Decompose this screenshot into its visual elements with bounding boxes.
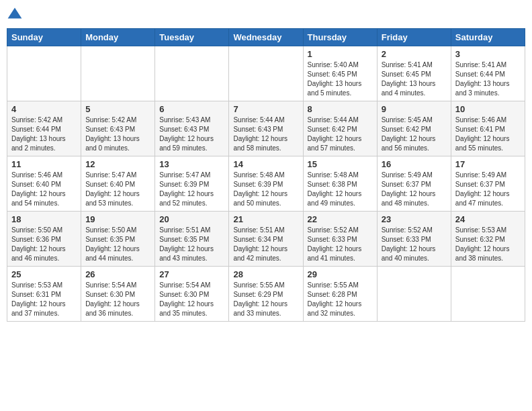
day-info: Sunrise: 5:54 AM Sunset: 6:30 PM Dayligh… (85, 281, 150, 318)
calendar-cell: 7Sunrise: 5:44 AM Sunset: 6:43 PM Daylig… (229, 101, 303, 156)
calendar-cell: 17Sunrise: 5:49 AM Sunset: 6:37 PM Dayli… (451, 156, 525, 212)
calendar-cell: 1Sunrise: 5:40 AM Sunset: 6:45 PM Daylig… (303, 46, 377, 101)
calendar-header-wednesday: Wednesday (229, 29, 303, 46)
day-info: Sunrise: 5:49 AM Sunset: 6:37 PM Dayligh… (455, 171, 521, 208)
day-info: Sunrise: 5:46 AM Sunset: 6:41 PM Dayligh… (455, 116, 521, 153)
day-number: 18 (11, 214, 77, 224)
day-info: Sunrise: 5:40 AM Sunset: 6:45 PM Dayligh… (308, 60, 373, 98)
day-info: Sunrise: 5:47 AM Sunset: 6:40 PM Dayligh… (85, 171, 150, 208)
day-number: 5 (85, 104, 150, 114)
logo (7, 7, 26, 23)
calendar-cell: 13Sunrise: 5:47 AM Sunset: 6:39 PM Dayli… (155, 156, 229, 212)
calendar-cell: 9Sunrise: 5:45 AM Sunset: 6:42 PM Daylig… (377, 101, 451, 156)
calendar-cell: 10Sunrise: 5:46 AM Sunset: 6:41 PM Dayli… (451, 101, 525, 156)
day-number: 23 (382, 214, 447, 224)
calendar-header-monday: Monday (81, 29, 155, 46)
day-info: Sunrise: 5:50 AM Sunset: 6:35 PM Dayligh… (85, 226, 150, 263)
day-number: 6 (159, 104, 224, 114)
day-info: Sunrise: 5:55 AM Sunset: 6:29 PM Dayligh… (233, 281, 298, 318)
day-info: Sunrise: 5:47 AM Sunset: 6:39 PM Dayligh… (159, 171, 224, 208)
day-info: Sunrise: 5:52 AM Sunset: 6:33 PM Dayligh… (382, 226, 447, 263)
logo-icon (7, 7, 23, 23)
calendar-cell: 26Sunrise: 5:54 AM Sunset: 6:30 PM Dayli… (81, 267, 155, 322)
calendar-header-row: SundayMondayTuesdayWednesdayThursdayFrid… (7, 29, 525, 46)
day-number: 9 (382, 104, 447, 114)
calendar-cell: 28Sunrise: 5:55 AM Sunset: 6:29 PM Dayli… (229, 267, 303, 322)
day-info: Sunrise: 5:44 AM Sunset: 6:43 PM Dayligh… (233, 116, 298, 153)
calendar-cell (377, 267, 451, 322)
calendar-cell: 19Sunrise: 5:50 AM Sunset: 6:35 PM Dayli… (81, 212, 155, 267)
calendar-cell: 29Sunrise: 5:55 AM Sunset: 6:28 PM Dayli… (303, 267, 377, 322)
calendar-cell (451, 267, 525, 322)
calendar-cell: 27Sunrise: 5:54 AM Sunset: 6:30 PM Dayli… (155, 267, 229, 322)
day-number: 20 (159, 214, 224, 224)
day-info: Sunrise: 5:52 AM Sunset: 6:33 PM Dayligh… (308, 226, 373, 263)
calendar-cell: 8Sunrise: 5:44 AM Sunset: 6:42 PM Daylig… (303, 101, 377, 156)
calendar-body: 1Sunrise: 5:40 AM Sunset: 6:45 PM Daylig… (7, 46, 525, 322)
calendar-cell: 2Sunrise: 5:41 AM Sunset: 6:45 PM Daylig… (377, 46, 451, 101)
day-number: 21 (233, 214, 298, 224)
day-info: Sunrise: 5:53 AM Sunset: 6:31 PM Dayligh… (11, 281, 77, 318)
calendar-header-tuesday: Tuesday (155, 29, 229, 46)
calendar-cell (7, 46, 81, 101)
day-info: Sunrise: 5:53 AM Sunset: 6:32 PM Dayligh… (455, 226, 521, 263)
day-number: 1 (308, 49, 373, 59)
day-number: 29 (308, 269, 373, 279)
day-info: Sunrise: 5:51 AM Sunset: 6:34 PM Dayligh… (233, 226, 298, 263)
calendar-cell: 5Sunrise: 5:42 AM Sunset: 6:43 PM Daylig… (81, 101, 155, 156)
day-number: 16 (382, 159, 447, 169)
day-number: 10 (455, 104, 521, 114)
day-info: Sunrise: 5:41 AM Sunset: 6:45 PM Dayligh… (382, 60, 447, 98)
calendar-week-row: 11Sunrise: 5:46 AM Sunset: 6:40 PM Dayli… (7, 156, 525, 212)
day-info: Sunrise: 5:55 AM Sunset: 6:28 PM Dayligh… (308, 281, 373, 318)
calendar-cell: 23Sunrise: 5:52 AM Sunset: 6:33 PM Dayli… (377, 212, 451, 267)
calendar-week-row: 18Sunrise: 5:50 AM Sunset: 6:36 PM Dayli… (7, 212, 525, 267)
day-info: Sunrise: 5:54 AM Sunset: 6:30 PM Dayligh… (159, 281, 224, 318)
calendar-cell (229, 46, 303, 101)
day-number: 28 (233, 269, 298, 279)
calendar-cell: 16Sunrise: 5:49 AM Sunset: 6:37 PM Dayli… (377, 156, 451, 212)
day-number: 2 (382, 49, 447, 59)
day-number: 22 (308, 214, 373, 224)
day-number: 12 (85, 159, 150, 169)
day-info: Sunrise: 5:41 AM Sunset: 6:44 PM Dayligh… (455, 60, 521, 98)
day-info: Sunrise: 5:50 AM Sunset: 6:36 PM Dayligh… (11, 226, 77, 263)
day-number: 7 (233, 104, 298, 114)
day-info: Sunrise: 5:51 AM Sunset: 6:35 PM Dayligh… (159, 226, 224, 263)
calendar-cell: 21Sunrise: 5:51 AM Sunset: 6:34 PM Dayli… (229, 212, 303, 267)
day-info: Sunrise: 5:42 AM Sunset: 6:44 PM Dayligh… (11, 116, 77, 153)
day-number: 13 (159, 159, 224, 169)
day-info: Sunrise: 5:44 AM Sunset: 6:42 PM Dayligh… (308, 116, 373, 153)
day-number: 8 (308, 104, 373, 114)
day-number: 27 (159, 269, 224, 279)
calendar-week-row: 25Sunrise: 5:53 AM Sunset: 6:31 PM Dayli… (7, 267, 525, 322)
calendar-cell: 22Sunrise: 5:52 AM Sunset: 6:33 PM Dayli… (303, 212, 377, 267)
calendar-cell (81, 46, 155, 101)
calendar-cell: 20Sunrise: 5:51 AM Sunset: 6:35 PM Dayli… (155, 212, 229, 267)
day-number: 15 (308, 159, 373, 169)
day-number: 26 (85, 269, 150, 279)
calendar-cell: 14Sunrise: 5:48 AM Sunset: 6:39 PM Dayli… (229, 156, 303, 212)
day-number: 24 (455, 214, 521, 224)
calendar-header-sunday: Sunday (7, 29, 81, 46)
calendar-cell (155, 46, 229, 101)
calendar-cell: 12Sunrise: 5:47 AM Sunset: 6:40 PM Dayli… (81, 156, 155, 212)
day-number: 19 (85, 214, 150, 224)
svg-marker-0 (8, 8, 22, 19)
calendar-cell: 25Sunrise: 5:53 AM Sunset: 6:31 PM Dayli… (7, 267, 81, 322)
calendar-cell: 18Sunrise: 5:50 AM Sunset: 6:36 PM Dayli… (7, 212, 81, 267)
page-header (7, 7, 525, 23)
day-number: 25 (11, 269, 77, 279)
calendar-week-row: 4Sunrise: 5:42 AM Sunset: 6:44 PM Daylig… (7, 101, 525, 156)
day-info: Sunrise: 5:48 AM Sunset: 6:38 PM Dayligh… (308, 171, 373, 208)
day-number: 3 (455, 49, 521, 59)
day-number: 11 (11, 159, 77, 169)
day-number: 14 (233, 159, 298, 169)
calendar-table: SundayMondayTuesdayWednesdayThursdayFrid… (7, 28, 525, 322)
day-info: Sunrise: 5:48 AM Sunset: 6:39 PM Dayligh… (233, 171, 298, 208)
calendar-cell: 6Sunrise: 5:43 AM Sunset: 6:43 PM Daylig… (155, 101, 229, 156)
calendar-cell: 15Sunrise: 5:48 AM Sunset: 6:38 PM Dayli… (303, 156, 377, 212)
calendar-header-thursday: Thursday (303, 29, 377, 46)
day-info: Sunrise: 5:46 AM Sunset: 6:40 PM Dayligh… (11, 171, 77, 208)
calendar-week-row: 1Sunrise: 5:40 AM Sunset: 6:45 PM Daylig… (7, 46, 525, 101)
